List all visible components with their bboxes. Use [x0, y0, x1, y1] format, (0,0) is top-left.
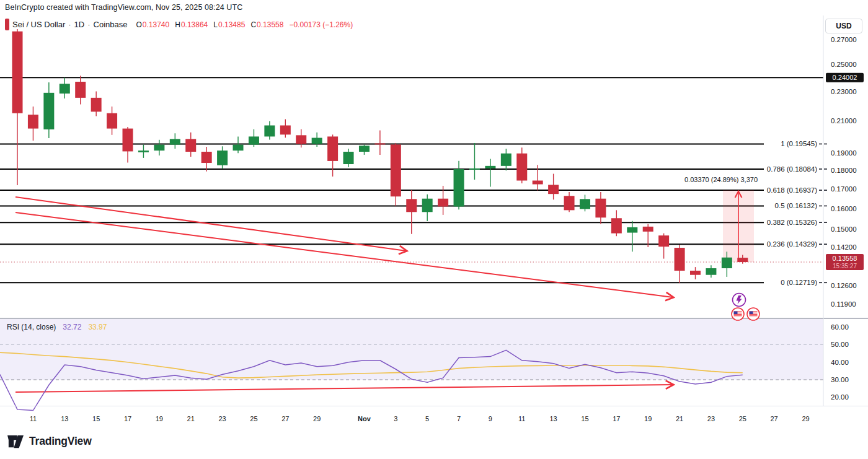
measure-label: 0.03370 (24.89%) 3,370 [684, 176, 758, 183]
tradingview-logo[interactable]: TradingView [6, 433, 92, 449]
price-tick-label: 0.14200 [831, 243, 857, 251]
interval-label: 1D [74, 20, 85, 29]
candle-body [595, 199, 606, 218]
time-tick-label: 25 [250, 415, 257, 422]
open-value: 0.13740 [143, 20, 169, 29]
candle-body [154, 145, 164, 151]
time-tick-label: 5 [425, 415, 429, 422]
fib-level-label: 0.786 (0.18084) [767, 165, 817, 173]
ohlc-values: O0.13740 H0.13864 L0.13485 C0.13558 [136, 20, 284, 29]
candle-body [485, 166, 495, 168]
time-tick-label: 27 [281, 415, 289, 422]
candle-body [391, 144, 401, 196]
candle-body [501, 154, 512, 166]
candle-body [312, 138, 322, 144]
candlestick-series [12, 29, 748, 283]
price-tick-label: 0.11900 [831, 300, 856, 308]
change-value: −0.00173 (−1.26%) [289, 20, 353, 29]
price-tick-label: 0.19000 [831, 149, 857, 157]
time-tick-label: 21 [187, 415, 195, 422]
time-tick-label: 23 [707, 415, 715, 422]
candle-body [170, 139, 180, 144]
time-tick-label: 11 [30, 415, 37, 422]
candle-body [690, 271, 701, 275]
trend-arrow[interactable] [16, 197, 406, 251]
time-tick-label: 29 [802, 415, 809, 422]
candle-body [12, 32, 23, 113]
currency-toggle-button[interactable]: USD [825, 19, 862, 33]
time-tick-label: 25 [739, 415, 746, 422]
legend-separator: · [87, 20, 90, 29]
candle-body [564, 196, 575, 210]
symbol-logo [5, 19, 9, 30]
candle-body [75, 82, 86, 98]
candle-body [454, 169, 464, 206]
candle-body [123, 129, 133, 152]
candle-body [658, 235, 669, 247]
fib-level-label: 0.618 (0.16937) [767, 186, 817, 194]
candle-body [737, 258, 748, 262]
trend-arrow[interactable] [16, 385, 673, 392]
price-tick-label: 0.15000 [831, 225, 857, 233]
candle-body [249, 136, 259, 144]
candle-body [296, 135, 306, 144]
price-tick-label: 0.16000 [831, 205, 857, 212]
countdown-text: 15:35:27 [833, 263, 857, 269]
legend-separator: · [68, 20, 71, 29]
rsi-ma-value: 33.97 [88, 323, 107, 331]
candle-body [580, 199, 590, 209]
fib-level-label: 1 (0.19545) [781, 140, 817, 147]
time-tick-label: 11 [518, 415, 525, 422]
time-tick-label: 17 [613, 415, 620, 422]
candle-body [185, 139, 196, 152]
candle-body [91, 98, 102, 111]
candle-body [533, 181, 543, 185]
time-scale[interactable]: 11131517192123252729Nov35791113151719212… [30, 415, 810, 422]
candle-body [422, 199, 433, 212]
time-tick-label: Nov [358, 415, 371, 422]
rsi-tick-label: 30.00 [831, 376, 849, 383]
price-scale[interactable]: 0.270000.250000.230000.210000.190000.180… [831, 36, 857, 401]
rsi-legend[interactable]: RSI (14, close) 32.72 33.97 [7, 323, 107, 331]
price-tick-label: 0.12600 [831, 282, 857, 289]
time-tick-label: 7 [457, 415, 461, 422]
fib-level-label: 0.5 (0.16132) [775, 202, 818, 209]
low-value: 0.13485 [218, 20, 245, 29]
candle-body [202, 152, 212, 163]
candle-body [264, 125, 275, 136]
high-value: 0.13864 [181, 20, 208, 29]
price-tick-label: 0.21000 [831, 117, 857, 125]
price-tick-label: 0.18000 [831, 167, 857, 174]
candle-body [327, 136, 338, 161]
attribution-text: BeInCrypto created with TradingView.com,… [5, 3, 242, 12]
time-tick-label: 17 [124, 415, 131, 422]
lightning-event-icon[interactable] [733, 294, 746, 307]
rsi-tick-label: 60.00 [831, 323, 849, 331]
trend-arrow[interactable] [16, 212, 673, 297]
time-tick-label: 29 [313, 415, 321, 422]
candle-body [107, 113, 117, 129]
time-tick-label: 27 [771, 415, 778, 422]
close-label: C [250, 20, 256, 29]
candle-body [60, 84, 70, 94]
tradingview-chart-window: 1 (0.19545)0.786 (0.18084)0.618 (0.16937… [0, 0, 868, 459]
candle-body [706, 268, 716, 275]
fib-level-label: 0 (0.12719) [781, 279, 817, 286]
rsi-tick-label: 40.00 [831, 359, 849, 366]
time-tick-label: 21 [676, 415, 683, 422]
candle-body [280, 125, 291, 134]
candle-body [722, 258, 732, 268]
candle-body [469, 168, 480, 170]
us-flag-event-icon[interactable] [732, 308, 744, 320]
candle-body [516, 154, 527, 181]
high-label: H [175, 20, 180, 29]
candle-body [28, 115, 38, 128]
us-flag-event-icon[interactable] [747, 308, 760, 320]
rsi-tick-label: 20.00 [831, 393, 849, 401]
time-tick-label: 15 [581, 415, 588, 422]
candle-body [217, 151, 228, 165]
chart-canvas[interactable]: 1 (0.19545)0.786 (0.18084)0.618 (0.16937… [0, 0, 868, 459]
time-tick-label: 3 [394, 415, 397, 422]
symbol-legend[interactable]: Sei / US Dollar · 1D · Coinbase O0.13740… [5, 19, 353, 30]
fib-level-label: 0.236 (0.14329) [767, 240, 817, 248]
